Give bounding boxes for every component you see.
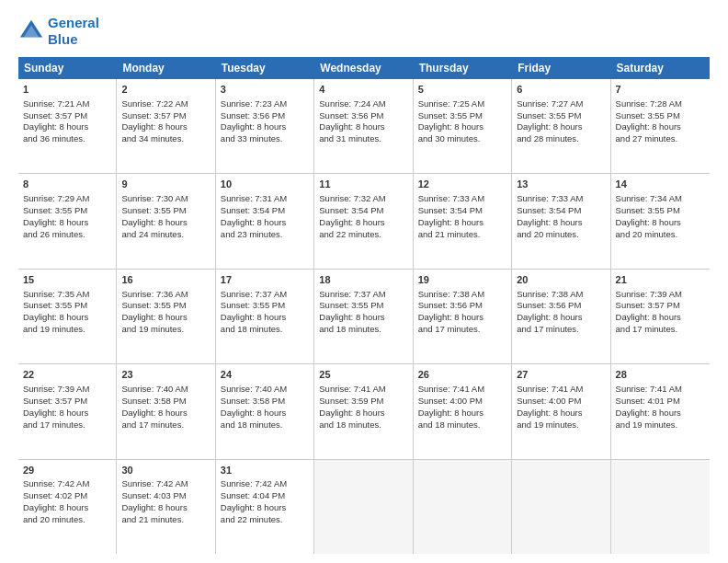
sunrise-text: Sunrise: 7:39 AM [23,384,89,394]
day-number: 22 [23,368,111,382]
sunrise-text: Sunrise: 7:33 AM [418,193,484,203]
sunrise-text: Sunrise: 7:32 AM [319,193,385,203]
calendar-cell: 10Sunrise: 7:31 AMSunset: 3:54 PMDayligh… [216,174,314,268]
sunset-text: Sunset: 3:57 PM [616,300,680,310]
sunrise-text: Sunrise: 7:42 AM [23,478,89,488]
day-number: 21 [616,273,705,287]
calendar-cell: 9Sunrise: 7:30 AMSunset: 3:55 PMDaylight… [117,174,215,268]
sunset-text: Sunset: 3:55 PM [517,110,581,121]
sunset-text: Sunset: 4:03 PM [121,490,186,500]
day-number: 1 [23,83,111,97]
day-number: 18 [319,273,407,287]
day-number: 2 [121,83,210,97]
sunset-text: Sunset: 3:56 PM [319,110,383,121]
calendar-body: 1Sunrise: 7:21 AMSunset: 3:57 PMDaylight… [18,79,710,554]
sunset-text: Sunset: 3:57 PM [23,396,87,406]
sunrise-text: Sunrise: 7:30 AM [121,193,188,203]
sunset-text: Sunset: 4:00 PM [517,396,581,406]
daylight-text: Daylight: 8 hours and 22 minutes. [221,502,286,524]
header-day-thursday: Thursday [414,57,512,79]
sunrise-text: Sunrise: 7:38 AM [517,289,583,299]
calendar-cell: 26Sunrise: 7:41 AMSunset: 4:00 PMDayligh… [414,364,512,458]
sunset-text: Sunset: 4:02 PM [23,490,87,500]
header-day-sunday: Sunday [18,57,117,79]
calendar: SundayMondayTuesdayWednesdayThursdayFrid… [18,57,710,554]
daylight-text: Daylight: 8 hours and 18 minutes. [418,408,483,430]
daylight-text: Daylight: 8 hours and 18 minutes. [221,408,286,430]
daylight-text: Daylight: 8 hours and 20 minutes. [23,502,88,524]
sunset-text: Sunset: 3:55 PM [616,110,680,121]
sunrise-text: Sunrise: 7:22 AM [121,98,188,109]
daylight-text: Daylight: 8 hours and 19 minutes. [121,312,187,334]
sunset-text: Sunset: 3:55 PM [23,205,87,215]
calendar-cell: 5Sunrise: 7:25 AMSunset: 3:55 PMDaylight… [414,79,512,173]
daylight-text: Daylight: 8 hours and 18 minutes. [319,408,384,430]
calendar-cell: 22Sunrise: 7:39 AMSunset: 3:57 PMDayligh… [18,364,117,458]
daylight-text: Daylight: 8 hours and 34 minutes. [121,121,187,144]
sunset-text: Sunset: 3:58 PM [121,396,186,406]
day-number: 14 [616,178,705,191]
daylight-text: Daylight: 8 hours and 17 minutes. [418,312,483,334]
daylight-text: Daylight: 8 hours and 17 minutes. [121,408,187,430]
sunrise-text: Sunrise: 7:37 AM [319,289,385,299]
calendar-cell: 8Sunrise: 7:29 AMSunset: 3:55 PMDaylight… [18,174,117,268]
calendar-cell: 16Sunrise: 7:36 AMSunset: 3:55 PMDayligh… [117,270,215,363]
header-day-saturday: Saturday [611,57,710,79]
calendar-cell: 21Sunrise: 7:39 AMSunset: 3:57 PMDayligh… [611,270,710,363]
sunset-text: Sunset: 3:55 PM [121,300,186,310]
sunset-text: Sunset: 3:54 PM [517,205,581,215]
sunrise-text: Sunrise: 7:38 AM [418,289,484,299]
calendar-cell: 1Sunrise: 7:21 AMSunset: 3:57 PMDaylight… [18,79,117,173]
day-number: 11 [319,178,407,191]
calendar-cell: 7Sunrise: 7:28 AMSunset: 3:55 PMDaylight… [611,79,710,173]
calendar-row-1: 1Sunrise: 7:21 AMSunset: 3:57 PMDaylight… [18,79,710,174]
sunset-text: Sunset: 3:54 PM [221,205,285,215]
daylight-text: Daylight: 8 hours and 19 minutes. [517,408,582,430]
daylight-text: Daylight: 8 hours and 20 minutes. [517,217,582,239]
daylight-text: Daylight: 8 hours and 18 minutes. [221,312,286,334]
sunrise-text: Sunrise: 7:36 AM [121,289,188,299]
calendar-cell [314,460,413,554]
sunset-text: Sunset: 3:54 PM [319,205,383,215]
sunrise-text: Sunrise: 7:25 AM [418,98,484,109]
day-number: 3 [221,83,309,97]
calendar-row-3: 15Sunrise: 7:35 AMSunset: 3:55 PMDayligh… [18,270,710,364]
calendar-cell: 6Sunrise: 7:27 AMSunset: 3:55 PMDaylight… [512,79,610,173]
sunrise-text: Sunrise: 7:42 AM [221,478,287,488]
sunset-text: Sunset: 3:56 PM [517,300,581,310]
calendar-cell: 28Sunrise: 7:41 AMSunset: 4:01 PMDayligh… [611,364,710,458]
sunrise-text: Sunrise: 7:27 AM [517,98,583,109]
calendar-cell: 20Sunrise: 7:38 AMSunset: 3:56 PMDayligh… [512,270,610,363]
day-number: 24 [221,368,309,382]
day-number: 10 [221,178,309,191]
calendar-row-5: 29Sunrise: 7:42 AMSunset: 4:02 PMDayligh… [18,460,710,554]
sunset-text: Sunset: 3:55 PM [121,205,186,215]
sunset-text: Sunset: 3:55 PM [221,300,285,310]
day-number: 31 [221,464,309,477]
sunrise-text: Sunrise: 7:23 AM [221,98,287,109]
sunset-text: Sunset: 3:58 PM [221,396,285,406]
sunset-text: Sunset: 3:54 PM [418,205,483,215]
sunset-text: Sunset: 3:57 PM [23,110,87,121]
calendar-cell: 23Sunrise: 7:40 AMSunset: 3:58 PMDayligh… [117,364,215,458]
daylight-text: Daylight: 8 hours and 26 minutes. [23,217,88,239]
sunrise-text: Sunrise: 7:35 AM [23,289,89,299]
day-number: 27 [517,368,605,382]
daylight-text: Daylight: 8 hours and 28 minutes. [517,121,582,144]
calendar-header: SundayMondayTuesdayWednesdayThursdayFrid… [18,57,710,79]
daylight-text: Daylight: 8 hours and 31 minutes. [319,121,384,144]
day-number: 6 [517,83,605,97]
daylight-text: Daylight: 8 hours and 24 minutes. [121,217,187,239]
sunrise-text: Sunrise: 7:41 AM [616,384,682,394]
sunset-text: Sunset: 4:00 PM [418,396,483,406]
sunrise-text: Sunrise: 7:40 AM [121,384,188,394]
sunrise-text: Sunrise: 7:24 AM [319,98,385,109]
sunset-text: Sunset: 3:59 PM [319,396,383,406]
daylight-text: Daylight: 8 hours and 17 minutes. [616,312,681,334]
day-number: 23 [121,368,210,382]
calendar-cell: 29Sunrise: 7:42 AMSunset: 4:02 PMDayligh… [18,460,117,554]
sunrise-text: Sunrise: 7:41 AM [418,384,484,394]
calendar-row-2: 8Sunrise: 7:29 AMSunset: 3:55 PMDaylight… [18,174,710,269]
daylight-text: Daylight: 8 hours and 20 minutes. [616,217,681,239]
day-number: 12 [418,178,506,191]
